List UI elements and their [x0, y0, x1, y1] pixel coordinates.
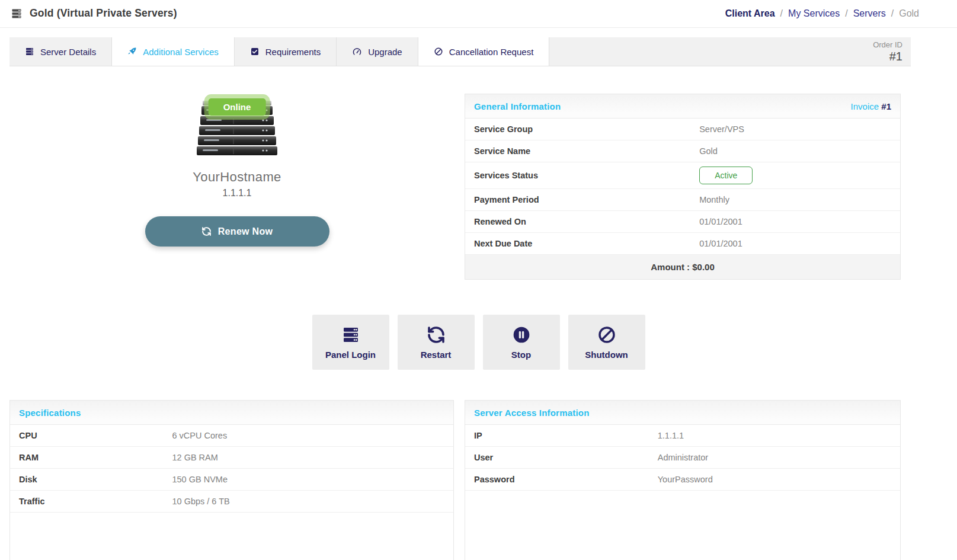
- tab-label: Server Details: [40, 47, 96, 57]
- row-label: CPU: [19, 431, 172, 440]
- page-title: Gold (Virtual Private Servers): [30, 7, 177, 20]
- invoice-link[interactable]: Invoice #1: [851, 101, 891, 111]
- server-actions: Panel Login Restart Stop: [0, 315, 957, 370]
- order-id-value: #1: [873, 50, 902, 63]
- server-hostname: YourHostname: [193, 169, 281, 185]
- row-value: Server/VPS: [699, 124, 744, 134]
- general-information-panel: General Information Invoice #1 Service G…: [465, 94, 901, 280]
- general-information-header: General Information Invoice #1: [465, 94, 900, 119]
- row-label: Renewed On: [474, 217, 699, 226]
- row-label: Payment Period: [474, 195, 699, 204]
- spec-row-ram: RAM 12 GB RAM: [10, 447, 453, 469]
- action-label: Panel Login: [325, 350, 376, 360]
- row-value: 10 Gbps / 6 TB: [172, 497, 229, 506]
- breadcrumb-separator: /: [845, 8, 847, 19]
- tab-label: Upgrade: [368, 47, 402, 57]
- tab-cancellation-request[interactable]: Cancellation Request: [418, 37, 550, 66]
- tab-label: Cancellation Request: [449, 47, 534, 57]
- tab-label: Additional Services: [143, 47, 219, 57]
- shutdown-button[interactable]: Shutdown: [568, 315, 645, 370]
- tab-server-details[interactable]: Server Details: [9, 37, 112, 66]
- specifications-title: Specifications: [19, 408, 81, 418]
- server-image: Online: [193, 96, 281, 156]
- breadcrumb-gold: Gold: [899, 8, 919, 19]
- access-row-user: User Administrator: [465, 447, 900, 469]
- server-summary: Online YourHostname 1.1.1.1 Renew Now: [9, 94, 465, 280]
- row-label: Next Due Date: [474, 239, 699, 248]
- row-value: 01/01/2001: [699, 239, 742, 248]
- row-value: Administrator: [658, 453, 708, 462]
- server-icon: [25, 47, 34, 56]
- server-access-title: Server Access Information: [474, 408, 590, 418]
- row-value: 01/01/2001: [699, 217, 742, 226]
- online-status-badge: Online: [209, 98, 266, 116]
- specifications-header: Specifications: [10, 401, 453, 425]
- row-label: Traffic: [19, 497, 172, 506]
- active-status-badge: Active: [699, 167, 753, 184]
- server-ip: 1.1.1.1: [223, 188, 252, 199]
- specifications-panel: Specifications CPU 6 vCPU Cores RAM 12 G…: [9, 400, 454, 560]
- panel-login-button[interactable]: Panel Login: [312, 315, 389, 370]
- info-row-services-status: Services Status Active: [465, 162, 900, 189]
- ban-icon: [434, 47, 443, 56]
- server-access-header: Server Access Information: [465, 401, 900, 425]
- info-row-next-due-date: Next Due Date 01/01/2001: [465, 233, 900, 255]
- order-id-box: Order ID #1: [873, 40, 911, 63]
- tab-bar: Server Details Additional Services Requi…: [9, 37, 911, 66]
- breadcrumb-separator: /: [891, 8, 894, 19]
- row-label: Service Group: [474, 124, 699, 134]
- order-id-label: Order ID: [873, 40, 902, 49]
- server-stack-icon: [11, 8, 23, 20]
- invoice-number: #1: [881, 101, 891, 111]
- action-label: Restart: [421, 350, 452, 360]
- info-row-service-name: Service Name Gold: [465, 140, 900, 162]
- breadcrumb-client-area[interactable]: Client Area: [725, 8, 775, 19]
- breadcrumb-servers[interactable]: Servers: [853, 8, 886, 19]
- client-area-page: Gold (Virtual Private Servers) Client Ar…: [0, 0, 957, 560]
- row-label: RAM: [19, 453, 172, 462]
- stop-button[interactable]: Stop: [483, 315, 560, 370]
- restart-button[interactable]: Restart: [398, 315, 475, 370]
- row-value: Monthly: [699, 195, 729, 204]
- bottom-panels: Specifications CPU 6 vCPU Cores RAM 12 G…: [9, 400, 901, 560]
- tab-upgrade[interactable]: Upgrade: [337, 37, 418, 66]
- check-square-icon: [250, 47, 260, 56]
- row-value: YourPassword: [658, 475, 713, 484]
- server-access-panel: Server Access Information IP 1.1.1.1 Use…: [465, 400, 901, 560]
- row-value: 150 GB NVMe: [172, 475, 228, 484]
- tab-additional-services[interactable]: Additional Services: [111, 37, 235, 66]
- renew-now-label: Renew Now: [218, 226, 273, 237]
- row-label: Password: [474, 475, 658, 484]
- gauge-icon: [352, 47, 362, 57]
- amount-row: Amount : $0.00: [465, 255, 900, 279]
- access-row-ip: IP 1.1.1.1: [465, 425, 900, 447]
- info-row-renewed-on: Renewed On 01/01/2001: [465, 211, 900, 233]
- main-content: Online YourHostname 1.1.1.1 Renew Now Ge…: [0, 66, 957, 280]
- rocket-icon: [127, 47, 137, 56]
- access-row-password: Password YourPassword: [465, 469, 900, 491]
- breadcrumb-separator: /: [780, 8, 783, 19]
- row-value: 12 GB RAM: [172, 453, 217, 462]
- general-information-title: General Information: [474, 101, 561, 111]
- row-label: Disk: [19, 475, 172, 484]
- restart-icon: [427, 325, 446, 344]
- breadcrumb: Client Area / My Services / Servers / Go…: [725, 8, 919, 19]
- spec-row-disk: Disk 150 GB NVMe: [10, 469, 453, 491]
- tab-label: Requirements: [265, 47, 321, 57]
- spec-row-traffic: Traffic 10 Gbps / 6 TB: [10, 491, 453, 513]
- spec-row-cpu: CPU 6 vCPU Cores: [10, 425, 453, 447]
- row-label: Service Name: [474, 146, 699, 156]
- tab-requirements[interactable]: Requirements: [235, 37, 337, 66]
- ban-icon: [597, 325, 616, 344]
- action-label: Shutdown: [585, 350, 628, 360]
- topbar: Gold (Virtual Private Servers) Client Ar…: [0, 0, 957, 28]
- breadcrumb-my-services[interactable]: My Services: [788, 8, 840, 19]
- row-value: 6 vCPU Cores: [172, 431, 227, 440]
- invoice-label: Invoice: [851, 101, 879, 111]
- info-row-service-group: Service Group Server/VPS: [465, 119, 900, 140]
- row-label: IP: [474, 431, 658, 440]
- info-row-payment-period: Payment Period Monthly: [465, 189, 900, 211]
- renew-now-button[interactable]: Renew Now: [145, 216, 329, 247]
- row-label: User: [474, 453, 658, 462]
- action-label: Stop: [511, 350, 531, 360]
